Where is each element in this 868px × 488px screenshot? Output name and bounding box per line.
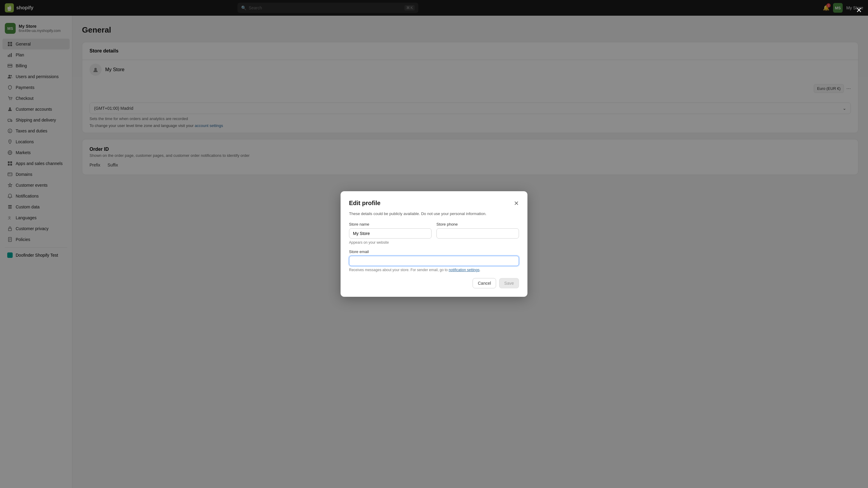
modal-description: These details could be publicly availabl… (349, 211, 519, 216)
cancel-button[interactable]: Cancel (472, 278, 496, 288)
edit-profile-modal: Edit profile ✕ These details could be pu… (341, 191, 527, 297)
modal-footer: Cancel Save (349, 278, 519, 288)
save-button[interactable]: Save (499, 278, 519, 288)
store-name-label: Store name (349, 222, 432, 227)
store-phone-input[interactable] (436, 228, 519, 238)
store-name-input[interactable] (349, 228, 432, 238)
notification-settings-link[interactable]: notification settings (449, 268, 479, 272)
overlay-close-button[interactable]: ✕ (856, 6, 862, 15)
store-email-field-group: Store email Receives messages about your… (349, 250, 519, 272)
store-phone-field-group: Store phone (436, 222, 519, 245)
modal-close-button[interactable]: ✕ (514, 200, 519, 206)
store-email-input[interactable] (349, 256, 519, 266)
modal-title: Edit profile (349, 200, 380, 207)
store-email-hint: Receives messages about your store. For … (349, 268, 519, 272)
store-name-field-group: Store name Appears on your website (349, 222, 432, 245)
name-phone-row: Store name Appears on your website Store… (349, 222, 519, 245)
store-email-label: Store email (349, 250, 519, 254)
store-name-hint: Appears on your website (349, 240, 432, 245)
modal-header: Edit profile ✕ (349, 200, 519, 207)
store-phone-label: Store phone (436, 222, 519, 227)
modal-overlay: ✕ Edit profile ✕ These details could be … (0, 0, 868, 488)
